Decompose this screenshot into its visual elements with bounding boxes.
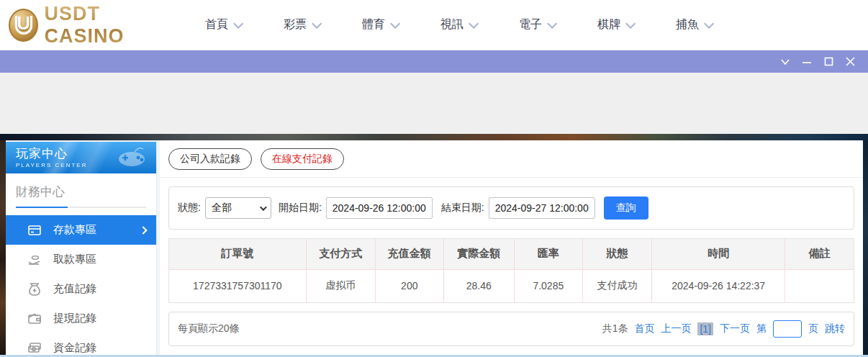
cash-icon xyxy=(27,341,42,356)
sidebar-item-label: 資金記錄 xyxy=(53,341,96,355)
sidebar-item-label: 存款專區 xyxy=(53,223,96,237)
sidebar-item-label: 提現記錄 xyxy=(53,312,96,325)
close-icon xyxy=(846,57,855,66)
page-size-text: 每頁顯示20條 xyxy=(178,322,240,335)
nav-item-slots[interactable]: 電子 xyxy=(519,17,554,32)
pager-controls: 共1条 首页 上一页 [1] 下一页 第 页 跳转 xyxy=(602,320,845,338)
chevron-down-icon xyxy=(469,18,479,28)
money-bag-icon xyxy=(27,282,42,297)
tab-company-deposit-records[interactable]: 公司入款記錄 xyxy=(168,148,252,170)
cell-exchange-rate: 7.0285 xyxy=(514,269,582,302)
minimize-icon xyxy=(802,58,812,65)
record-tabs: 公司入款記錄 在線支付記錄 xyxy=(160,140,863,178)
records-table-container: 訂單號 支付方式 充值金額 實際金額 匯率 狀態 時間 備註 172733175… xyxy=(168,238,854,303)
nav-item-home[interactable]: 首頁 xyxy=(205,17,240,32)
sidebar-section: 財務中心 xyxy=(6,173,156,208)
col-exchange-rate: 匯率 xyxy=(514,239,582,269)
sidebar-item-withdrawal-records[interactable]: 提現記錄 xyxy=(6,304,156,333)
next-page-link[interactable]: 下一页 xyxy=(720,322,750,335)
col-actual-amount: 實際金額 xyxy=(443,239,514,269)
background-image-sliver xyxy=(0,134,868,140)
tab-online-payment-records[interactable]: 在線支付記錄 xyxy=(261,148,344,170)
status-select[interactable]: 全部 xyxy=(205,197,271,219)
chevron-down-icon xyxy=(780,58,790,65)
wallet-icon xyxy=(27,312,42,326)
nav-item-chess[interactable]: 棋牌 xyxy=(597,17,633,32)
window-close-button[interactable] xyxy=(839,53,861,71)
cell-order-number: 1727331757301170 xyxy=(169,269,306,302)
records-table: 訂單號 支付方式 充值金額 實際金額 匯率 狀態 時間 備註 172733175… xyxy=(169,239,854,302)
background-edge-right xyxy=(863,140,868,357)
cell-payment-method: 虚拟币 xyxy=(306,269,375,302)
sidebar-item-funds-records[interactable]: 資金記錄 xyxy=(6,333,156,355)
brand-name: USDT CASINO xyxy=(44,3,171,48)
window-minimize-button[interactable] xyxy=(796,53,818,71)
jump-suffix-label: 页 xyxy=(808,322,818,335)
chevron-down-icon xyxy=(312,18,322,28)
cell-remark xyxy=(785,269,854,302)
table-row: 1727331757301170 虚拟币 200 28.46 7.0285 支付… xyxy=(169,269,854,302)
nav-item-lottery[interactable]: 彩票 xyxy=(284,17,319,32)
content-area: 玩家中心 PLAYERS CENTER 財務中心 存款專區 xyxy=(0,140,868,357)
chevron-down-icon xyxy=(233,18,243,28)
sidebar-section-title: 財務中心 xyxy=(16,184,146,207)
window-empty-area xyxy=(0,73,868,134)
cell-recharge-amount: 200 xyxy=(375,269,443,302)
filter-bar: 狀態: 全部 開始日期: 結束日期: 查詢 xyxy=(168,186,854,230)
nav-label: 視訊 xyxy=(440,17,464,32)
player-center-sidebar: 玩家中心 PLAYERS CENTER 財務中心 存款專區 xyxy=(6,142,157,355)
sidebar-item-deposit-zone[interactable]: 存款專區 xyxy=(6,215,156,245)
col-payment-method: 支付方式 xyxy=(306,239,375,269)
window-dropdown-button[interactable] xyxy=(774,53,796,71)
nav-label: 彩票 xyxy=(284,17,307,32)
sidebar-menu: 存款專區 取款專區 充值記錄 提現記錄 xyxy=(6,215,156,355)
chevron-down-icon xyxy=(390,18,400,28)
end-date-label: 結束日期: xyxy=(441,202,484,214)
section-divider xyxy=(16,207,146,208)
maximize-icon xyxy=(824,57,833,66)
start-date-label: 開始日期: xyxy=(279,202,322,214)
chevron-down-icon xyxy=(260,204,267,211)
nav-label: 捕魚 xyxy=(676,17,699,32)
hand-money-icon xyxy=(27,253,42,267)
cell-actual-amount: 28.46 xyxy=(443,269,514,302)
sidebar-item-label: 充值記錄 xyxy=(53,282,96,296)
gamepad-icon xyxy=(114,145,149,171)
sidebar-item-recharge-records[interactable]: 充值記錄 xyxy=(6,274,156,304)
nav-item-sports[interactable]: 體育 xyxy=(362,17,397,32)
col-remark: 備註 xyxy=(785,239,854,269)
nav-label: 電子 xyxy=(519,17,542,32)
col-time: 時間 xyxy=(651,239,785,269)
pagination-bar: 每頁顯示20條 共1条 首页 上一页 [1] 下一页 第 页 跳转 xyxy=(168,312,854,346)
start-date-input[interactable] xyxy=(326,197,433,219)
total-count-text: 共1条 xyxy=(602,322,628,335)
window-title-bar xyxy=(0,50,868,73)
brand-logo[interactable]: U USDT CASINO xyxy=(9,3,171,48)
current-page-indicator: [1] xyxy=(697,322,713,335)
nav-item-video[interactable]: 視訊 xyxy=(440,17,476,32)
sidebar-header-banner: 玩家中心 PLAYERS CENTER xyxy=(6,142,156,173)
nav-label: 首頁 xyxy=(205,17,228,32)
prev-page-link[interactable]: 上一页 xyxy=(661,322,691,335)
cell-time: 2024-09-26 14:22:37 xyxy=(651,269,785,302)
jump-button[interactable]: 跳转 xyxy=(825,322,845,335)
background-edge-left xyxy=(0,140,6,357)
sidebar-item-label: 取款專區 xyxy=(53,253,96,266)
status-select-value: 全部 xyxy=(212,202,232,214)
page-number-input[interactable] xyxy=(773,320,802,338)
jump-prefix-label: 第 xyxy=(756,322,767,335)
logo-letter: U xyxy=(15,16,32,35)
status-label: 狀態: xyxy=(178,202,201,214)
query-button[interactable]: 查詢 xyxy=(604,196,648,220)
records-panel: 公司入款記錄 在線支付記錄 狀態: 全部 開始日期: 結束日期: 查詢 訂單號 … xyxy=(160,140,863,355)
sidebar-item-withdraw-zone[interactable]: 取款專區 xyxy=(6,245,156,274)
chevron-right-icon xyxy=(139,226,147,234)
nav-item-fishing[interactable]: 捕魚 xyxy=(676,17,711,32)
top-nav-bar: U USDT CASINO 首頁 彩票 體育 視訊 電子 棋牌 捕魚 xyxy=(0,0,868,50)
col-order-number: 訂單號 xyxy=(169,239,306,269)
col-status: 狀態 xyxy=(582,239,651,269)
first-page-link[interactable]: 首页 xyxy=(634,322,654,335)
chevron-down-icon xyxy=(547,18,557,28)
window-maximize-button[interactable] xyxy=(818,53,839,71)
end-date-input[interactable] xyxy=(489,197,595,219)
